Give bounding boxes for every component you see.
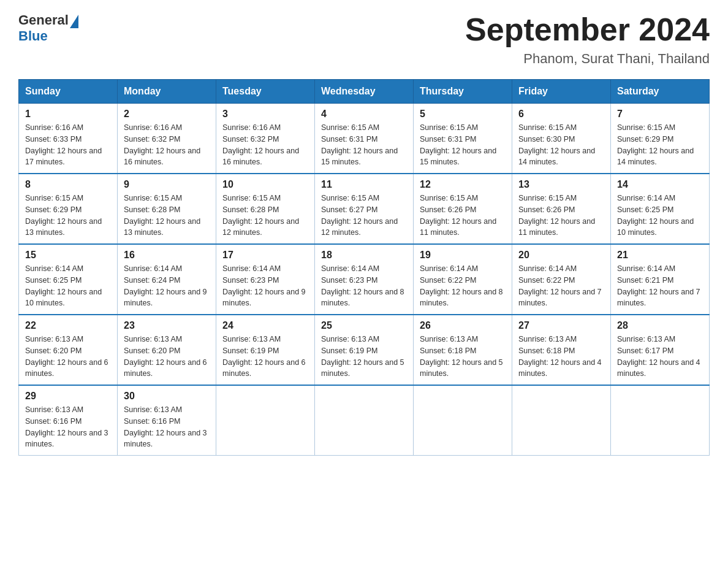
calendar-cell: 5Sunrise: 6:15 AMSunset: 6:31 PMDaylight…: [414, 104, 512, 174]
page-header: General Blue September 2024 Phanom, Sura…: [18, 12, 710, 67]
calendar-cell: 16Sunrise: 6:14 AMSunset: 6:24 PMDayligh…: [118, 244, 216, 315]
calendar-cell: 14Sunrise: 6:14 AMSunset: 6:25 PMDayligh…: [611, 174, 710, 244]
day-number: 1: [25, 109, 111, 120]
calendar-cell: 15Sunrise: 6:14 AMSunset: 6:25 PMDayligh…: [19, 244, 118, 315]
day-info: Sunrise: 6:15 AMSunset: 6:31 PMDaylight:…: [420, 122, 506, 168]
week-row: 1Sunrise: 6:16 AMSunset: 6:33 PMDaylight…: [19, 104, 710, 174]
calendar-cell: 9Sunrise: 6:15 AMSunset: 6:28 PMDaylight…: [118, 174, 216, 244]
calendar-cell: 18Sunrise: 6:14 AMSunset: 6:23 PMDayligh…: [315, 244, 414, 315]
day-number: 27: [518, 320, 604, 331]
day-info: Sunrise: 6:15 AMSunset: 6:30 PMDaylight:…: [518, 122, 604, 168]
day-number: 5: [420, 109, 506, 120]
header-cell-friday: Friday: [512, 80, 611, 104]
day-info: Sunrise: 6:13 AMSunset: 6:16 PMDaylight:…: [124, 404, 210, 450]
day-info: Sunrise: 6:16 AMSunset: 6:32 PMDaylight:…: [124, 122, 210, 168]
calendar-cell: 17Sunrise: 6:14 AMSunset: 6:23 PMDayligh…: [216, 244, 315, 315]
header-row: SundayMondayTuesdayWednesdayThursdayFrid…: [19, 80, 710, 104]
calendar-cell: 10Sunrise: 6:15 AMSunset: 6:28 PMDayligh…: [216, 174, 315, 244]
day-number: 24: [222, 320, 308, 331]
day-number: 26: [420, 320, 506, 331]
day-number: 20: [518, 250, 604, 261]
day-info: Sunrise: 6:15 AMSunset: 6:28 PMDaylight:…: [124, 193, 210, 239]
calendar-title: September 2024: [465, 12, 710, 47]
calendar-cell: 22Sunrise: 6:13 AMSunset: 6:20 PMDayligh…: [19, 315, 118, 385]
day-number: 2: [124, 109, 210, 120]
day-info: Sunrise: 6:15 AMSunset: 6:28 PMDaylight:…: [222, 193, 308, 239]
day-number: 19: [420, 250, 506, 261]
day-info: Sunrise: 6:13 AMSunset: 6:18 PMDaylight:…: [518, 334, 604, 380]
calendar-cell: [216, 385, 315, 456]
calendar-cell: 20Sunrise: 6:14 AMSunset: 6:22 PMDayligh…: [512, 244, 611, 315]
header-cell-tuesday: Tuesday: [216, 80, 315, 104]
calendar-cell: 7Sunrise: 6:15 AMSunset: 6:29 PMDaylight…: [611, 104, 710, 174]
day-number: 15: [25, 250, 111, 261]
day-number: 12: [420, 179, 506, 190]
calendar-cell: 1Sunrise: 6:16 AMSunset: 6:33 PMDaylight…: [19, 104, 118, 174]
logo-general: General: [18, 12, 69, 28]
day-number: 11: [321, 179, 407, 190]
calendar-cell: [512, 385, 611, 456]
calendar-cell: 29Sunrise: 6:13 AMSunset: 6:16 PMDayligh…: [19, 385, 118, 456]
day-info: Sunrise: 6:13 AMSunset: 6:17 PMDaylight:…: [617, 334, 703, 380]
calendar-cell: 13Sunrise: 6:15 AMSunset: 6:26 PMDayligh…: [512, 174, 611, 244]
day-number: 22: [25, 320, 111, 331]
day-number: 28: [617, 320, 703, 331]
day-info: Sunrise: 6:14 AMSunset: 6:23 PMDaylight:…: [222, 263, 308, 309]
day-number: 4: [321, 109, 407, 120]
day-info: Sunrise: 6:14 AMSunset: 6:21 PMDaylight:…: [617, 263, 703, 309]
calendar-cell: 28Sunrise: 6:13 AMSunset: 6:17 PMDayligh…: [611, 315, 710, 385]
calendar-cell: 27Sunrise: 6:13 AMSunset: 6:18 PMDayligh…: [512, 315, 611, 385]
day-info: Sunrise: 6:16 AMSunset: 6:32 PMDaylight:…: [222, 122, 308, 168]
calendar-table: SundayMondayTuesdayWednesdayThursdayFrid…: [18, 79, 710, 456]
day-info: Sunrise: 6:15 AMSunset: 6:26 PMDaylight:…: [518, 193, 604, 239]
week-row: 29Sunrise: 6:13 AMSunset: 6:16 PMDayligh…: [19, 385, 710, 456]
calendar-cell: 4Sunrise: 6:15 AMSunset: 6:31 PMDaylight…: [315, 104, 414, 174]
day-info: Sunrise: 6:13 AMSunset: 6:19 PMDaylight:…: [222, 334, 308, 380]
day-number: 13: [518, 179, 604, 190]
day-number: 21: [617, 250, 703, 261]
day-info: Sunrise: 6:14 AMSunset: 6:25 PMDaylight:…: [25, 263, 111, 309]
calendar-cell: [611, 385, 710, 456]
calendar-cell: 2Sunrise: 6:16 AMSunset: 6:32 PMDaylight…: [118, 104, 216, 174]
header-cell-wednesday: Wednesday: [315, 80, 414, 104]
calendar-cell: 25Sunrise: 6:13 AMSunset: 6:19 PMDayligh…: [315, 315, 414, 385]
calendar-cell: 8Sunrise: 6:15 AMSunset: 6:29 PMDaylight…: [19, 174, 118, 244]
header-cell-saturday: Saturday: [611, 80, 710, 104]
day-number: 9: [124, 179, 210, 190]
header-cell-sunday: Sunday: [19, 80, 118, 104]
day-info: Sunrise: 6:16 AMSunset: 6:33 PMDaylight:…: [25, 122, 111, 168]
calendar-cell: 19Sunrise: 6:14 AMSunset: 6:22 PMDayligh…: [414, 244, 512, 315]
day-info: Sunrise: 6:13 AMSunset: 6:20 PMDaylight:…: [25, 334, 111, 380]
day-number: 17: [222, 250, 308, 261]
day-number: 3: [222, 109, 308, 120]
day-info: Sunrise: 6:13 AMSunset: 6:19 PMDaylight:…: [321, 334, 407, 380]
logo: General Blue: [18, 12, 78, 44]
calendar-cell: 23Sunrise: 6:13 AMSunset: 6:20 PMDayligh…: [118, 315, 216, 385]
day-number: 25: [321, 320, 407, 331]
day-info: Sunrise: 6:15 AMSunset: 6:26 PMDaylight:…: [420, 193, 506, 239]
day-info: Sunrise: 6:15 AMSunset: 6:29 PMDaylight:…: [617, 122, 703, 168]
logo-blue: Blue: [18, 28, 78, 44]
day-info: Sunrise: 6:13 AMSunset: 6:20 PMDaylight:…: [124, 334, 210, 380]
calendar-cell: 24Sunrise: 6:13 AMSunset: 6:19 PMDayligh…: [216, 315, 315, 385]
day-info: Sunrise: 6:15 AMSunset: 6:27 PMDaylight:…: [321, 193, 407, 239]
week-row: 8Sunrise: 6:15 AMSunset: 6:29 PMDaylight…: [19, 174, 710, 244]
day-number: 10: [222, 179, 308, 190]
day-info: Sunrise: 6:13 AMSunset: 6:18 PMDaylight:…: [420, 334, 506, 380]
calendar-cell: 30Sunrise: 6:13 AMSunset: 6:16 PMDayligh…: [118, 385, 216, 456]
day-number: 29: [25, 391, 111, 402]
week-row: 15Sunrise: 6:14 AMSunset: 6:25 PMDayligh…: [19, 244, 710, 315]
day-info: Sunrise: 6:13 AMSunset: 6:16 PMDaylight:…: [25, 404, 111, 450]
day-info: Sunrise: 6:14 AMSunset: 6:24 PMDaylight:…: [124, 263, 210, 309]
week-row: 22Sunrise: 6:13 AMSunset: 6:20 PMDayligh…: [19, 315, 710, 385]
day-number: 16: [124, 250, 210, 261]
day-info: Sunrise: 6:15 AMSunset: 6:31 PMDaylight:…: [321, 122, 407, 168]
calendar-cell: 3Sunrise: 6:16 AMSunset: 6:32 PMDaylight…: [216, 104, 315, 174]
header-cell-monday: Monday: [118, 80, 216, 104]
day-number: 23: [124, 320, 210, 331]
day-number: 7: [617, 109, 703, 120]
calendar-cell: 21Sunrise: 6:14 AMSunset: 6:21 PMDayligh…: [611, 244, 710, 315]
day-info: Sunrise: 6:14 AMSunset: 6:22 PMDaylight:…: [518, 263, 604, 309]
day-number: 14: [617, 179, 703, 190]
day-info: Sunrise: 6:14 AMSunset: 6:25 PMDaylight:…: [617, 193, 703, 239]
